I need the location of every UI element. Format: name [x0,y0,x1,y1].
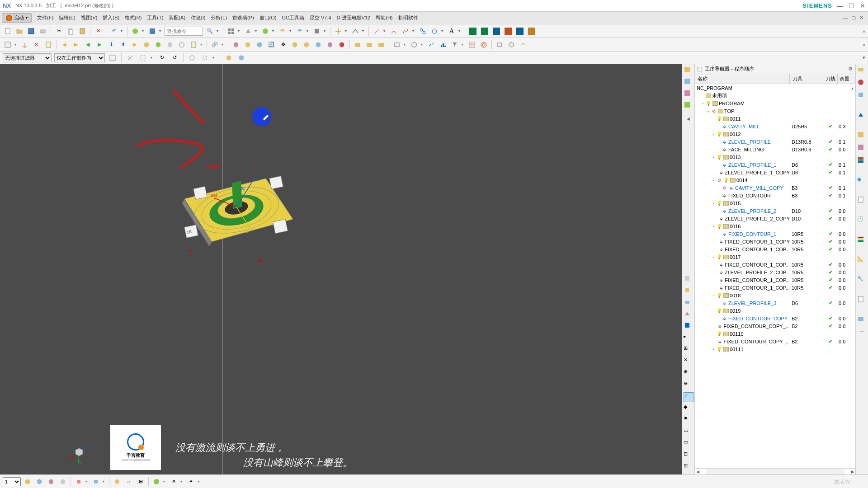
bb-3[interactable] [46,477,56,487]
rt-3[interactable] [857,91,867,101]
solid-2-icon[interactable] [243,40,253,50]
tree-row[interactable]: ⬙ZLEVEL_PROFILED13R0.8✔0.1 [695,138,855,145]
sheet2-icon[interactable] [189,40,198,50]
spline-icon[interactable] [418,26,428,36]
filter-btn-4[interactable]: ↻ [157,53,167,63]
rt-6[interactable] [857,144,867,154]
solid-6-icon[interactable] [313,40,323,50]
iso-1-icon[interactable] [224,53,234,63]
last-icon[interactable]: ▶ [94,40,104,50]
toolbox-2-icon[interactable] [364,40,374,50]
vt-15[interactable]: ⊡ [684,451,693,461]
rt-2[interactable] [857,79,867,89]
rect-icon[interactable] [392,40,402,50]
3d-viewport[interactable]: B1 XM YM ZM ZC X Y Z 千言教育 QIANYAN EDUCAT… [0,64,682,474]
target-icon[interactable] [479,40,489,50]
curve-icon[interactable] [401,26,410,36]
text-icon[interactable]: A [447,26,457,36]
toolbox-1-icon[interactable] [353,40,363,50]
rt-rainbow-icon[interactable] [857,236,867,246]
grid-icon[interactable] [226,26,236,36]
next-icon[interactable]: ▶ [71,40,81,50]
tree-row[interactable]: ⬙FIXED_CONTOURB3✔0.1 [695,192,855,199]
vt-7[interactable]: ⊞ [684,345,693,355]
rt-4[interactable] [857,111,867,121]
menu-item[interactable]: 星空 V7.4 [307,13,334,23]
tree-row[interactable]: ⬙FIXED_CONTOUR_COPYB2✔0.0 [695,314,855,322]
box-1-icon[interactable] [142,40,151,50]
command-search-input[interactable] [165,27,203,36]
tree-row[interactable]: ⬙FIXED_CONTOUR_COPY_...B2✔0.0 [695,322,855,330]
step-out-icon[interactable]: ⬆ [118,40,128,50]
filter-btn-5[interactable]: ↺ [170,53,179,63]
menu-item[interactable]: 工具(T) [144,13,166,23]
app6-icon[interactable] [527,26,537,36]
tree-row[interactable]: -💡0012 [695,130,855,138]
wcs-icon[interactable] [333,26,343,36]
menu-item[interactable]: 装配(A) [166,13,188,23]
graph-icon[interactable] [426,40,436,50]
navigator-tree[interactable]: NC_PROGRAM▴未用项-💡PROGRAM-⊘TOP-💡0011⬙CAVIT… [695,84,855,468]
tree-row[interactable]: -💡00110 [695,330,855,338]
menu-item[interactable]: 分析(L) [208,13,229,23]
box-4-icon[interactable] [177,40,187,50]
view-icon[interactable] [3,40,13,50]
solid-7-icon[interactable] [325,40,335,50]
step-in-icon[interactable]: ⬇ [106,40,116,50]
tree-row[interactable]: ⬙FIXED_CONTOUR_1_COPY10R5✔0.0 [695,238,855,245]
prev-icon[interactable]: ◀ [59,40,69,50]
bb-10[interactable] [151,477,161,487]
app5-icon[interactable] [515,26,525,36]
menu-item[interactable]: 窗口(O) [257,13,279,23]
close-button[interactable]: ✕ [860,2,865,9]
tree-row[interactable]: ⬙ZLEVEL_PROFILE_2D10✔0.0 [695,207,855,215]
datum-icon[interactable] [350,26,360,36]
bb-6[interactable] [91,477,101,487]
tree-row[interactable]: ⊘⬙CAVITY_MILL_COPYB3✔0.1 [695,184,855,192]
menu-item[interactable]: 信息(I) [188,13,208,23]
toolbox-3-icon[interactable] [376,40,386,50]
filter-btn-7[interactable] [200,53,210,63]
tree-row[interactable]: -💡0013 [695,153,855,161]
delete-icon[interactable]: ✕ [93,26,103,36]
tree-row[interactable]: ⬙FIXED_CONTOUR_1_COP...10R5✔0.0 [695,245,855,253]
filter-btn-6[interactable] [187,53,197,63]
vt-16[interactable]: ⊡ [684,463,693,473]
vt-13[interactable]: ▭ [684,427,693,437]
tree-row[interactable]: -💡00111 [695,345,855,353]
bb-5[interactable] [74,477,84,487]
filter-icon[interactable] [450,40,460,50]
nav-pin-icon[interactable] [698,67,702,71]
tree-row[interactable]: ⬙ZLEVEL_PROFILE_2_COP...10R5✔0.0 [695,268,855,276]
tree-row[interactable]: ⬙FIXED_CONTOUR_1_COP...10R5✔0.0 [695,276,855,284]
col-rem[interactable]: 余量 [838,74,854,84]
vt-10[interactable]: ⊖ [684,380,693,390]
copy-icon[interactable] [66,26,75,36]
layer2-icon[interactable] [295,26,305,36]
nav-machine-icon[interactable] [684,78,693,88]
rt-8[interactable] [857,196,867,206]
tree-row[interactable]: ⬙ZLEVEL_PROFILE_1D6✔0.1 [695,161,855,169]
vt-3[interactable] [684,298,693,308]
tree-row[interactable]: -💡0019 [695,307,855,314]
vt-12[interactable]: ⚑ [684,416,693,426]
bb-4[interactable] [58,477,68,487]
rt-1[interactable] [857,66,867,76]
csys-icon[interactable] [20,40,30,50]
rt-7[interactable] [857,156,867,166]
vt-check-icon[interactable]: ✓ [684,392,693,402]
paste-icon[interactable] [77,26,87,36]
square-icon[interactable] [312,26,322,36]
hex-icon[interactable] [409,40,419,50]
tree-row[interactable]: ⬙FIXED_CONTOUR_1_COP...10R5✔0.0 [695,284,855,291]
vt-5[interactable] [684,322,693,332]
filter-btn-2[interactable] [125,53,135,63]
tree-row[interactable]: -💡0015 [695,199,855,207]
gear-icon[interactable]: ⚙ [848,66,853,72]
vt-1[interactable] [684,275,693,285]
rt-5[interactable] [857,131,867,141]
menu-item[interactable]: 首选项(P) [230,13,257,23]
menu-item[interactable]: 文件(F) [34,13,56,23]
app1-icon[interactable] [468,26,478,36]
tree-row[interactable]: -💡0018 [695,291,855,299]
